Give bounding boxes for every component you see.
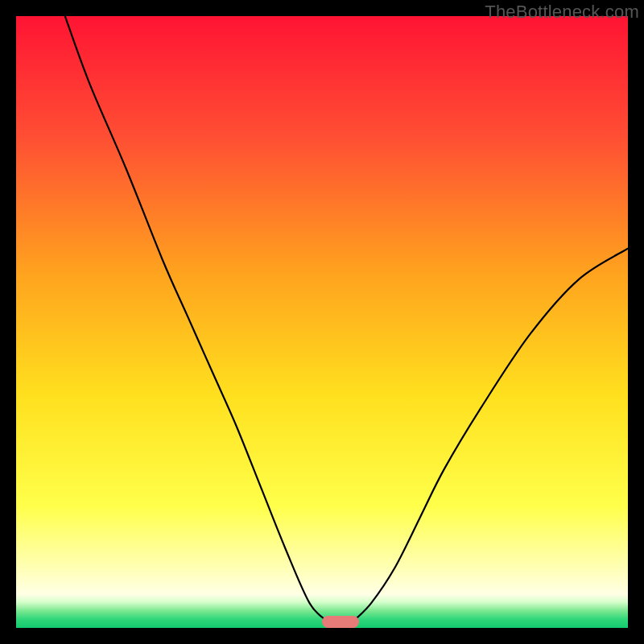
- optimal-marker: [322, 616, 359, 628]
- plot-area: [16, 16, 628, 628]
- watermark-text: TheBottleneck.com: [485, 2, 639, 23]
- curve-right: [353, 249, 628, 622]
- chart-stage: TheBottleneck.com: [0, 0, 644, 644]
- bottleneck-curve: [16, 16, 628, 628]
- curve-left: [65, 16, 328, 621]
